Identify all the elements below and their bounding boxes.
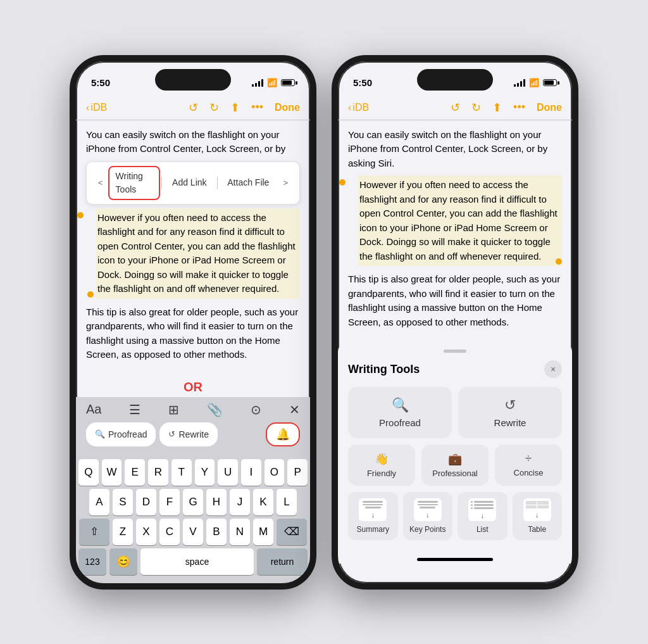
- or-label: OR: [76, 375, 310, 397]
- proofread-quick-btn[interactable]: 🔍 Proofread: [86, 422, 156, 446]
- key-e[interactable]: E: [125, 459, 145, 486]
- list-format-icon[interactable]: ☰: [129, 402, 140, 417]
- key-return[interactable]: return: [257, 548, 308, 575]
- key-n[interactable]: N: [230, 519, 250, 545]
- key-s[interactable]: S: [113, 489, 133, 515]
- more-icon[interactable]: •••: [251, 101, 263, 114]
- keyboard: Q W E R T Y U I O P A S D F G H J K L: [76, 455, 310, 590]
- rewrite-quick-btn[interactable]: ↺ Rewrite: [159, 422, 217, 446]
- content-highlighted-left: However if you often need to access the …: [96, 208, 300, 299]
- panel-header: Writing Tools ×: [348, 360, 562, 378]
- key-q[interactable]: Q: [78, 459, 99, 486]
- keyboard-close-icon[interactable]: ✕: [289, 402, 300, 417]
- left-phone: 5:50 📶 ‹ iDB ↺ ↻: [70, 55, 316, 590]
- rewrite-tool-icon: ↺: [504, 397, 516, 414]
- summary-btn[interactable]: ↓ Summary: [348, 492, 398, 540]
- share-icon-right[interactable]: ⬆: [492, 101, 502, 115]
- list-card-icon: ↓: [468, 498, 496, 521]
- key-b[interactable]: B: [206, 519, 227, 545]
- home-bar-right: [417, 558, 493, 561]
- status-time-left: 5:50: [91, 77, 110, 88]
- panel-handle: [444, 350, 466, 353]
- content-after-right: This tip is also great for older people,…: [348, 272, 562, 329]
- key-x[interactable]: X: [136, 519, 156, 545]
- undo-icon[interactable]: ↺: [189, 101, 198, 115]
- toolbar-row1: Aa ☰ ⊞ 📎 ⊙ ✕: [86, 402, 300, 417]
- key-h[interactable]: H: [206, 489, 227, 515]
- status-icons-right: 📶: [514, 78, 557, 87]
- professional-btn[interactable]: 💼 Professional: [421, 445, 489, 486]
- rewrite-tool-label: Rewrite: [494, 417, 526, 428]
- key-num[interactable]: 123: [78, 548, 106, 575]
- nav-back-left[interactable]: ‹ iDB: [86, 102, 107, 113]
- proofread-btn[interactable]: 🔍 Proofread: [348, 387, 452, 438]
- toolbar-prev-arrow[interactable]: <: [93, 173, 108, 193]
- redo-icon[interactable]: ↻: [209, 101, 219, 115]
- attachment-icon[interactable]: 📎: [207, 402, 223, 417]
- redo-icon-right[interactable]: ↻: [471, 101, 481, 115]
- key-l[interactable]: L: [277, 489, 297, 515]
- undo-icon-right[interactable]: ↺: [451, 101, 460, 115]
- tools-row-proofread-rewrite: 🔍 Proofread ↺ Rewrite: [348, 387, 562, 438]
- key-delete[interactable]: ⌫: [277, 519, 307, 545]
- nav-back-right[interactable]: ‹ iDB: [348, 102, 369, 113]
- key-row-1: Q W E R T Y U I O P: [78, 459, 308, 486]
- key-v[interactable]: V: [183, 519, 203, 545]
- text-format-icon[interactable]: Aa: [86, 402, 101, 417]
- battery-icon-left: [281, 79, 295, 86]
- key-p[interactable]: P: [287, 459, 308, 486]
- key-w[interactable]: W: [102, 459, 122, 486]
- attach-file-btn[interactable]: Attach File: [218, 172, 278, 193]
- key-a[interactable]: A: [89, 489, 109, 515]
- key-z[interactable]: Z: [113, 519, 133, 545]
- key-points-btn[interactable]: ↓ Key Points: [403, 492, 453, 540]
- key-row-2: A S D F G H J K L: [78, 489, 308, 515]
- apple-intelligence-icon: 🔔: [276, 427, 290, 441]
- key-c[interactable]: C: [159, 519, 180, 545]
- key-u[interactable]: U: [218, 459, 238, 486]
- tools-row-tone: 👋 Friendly 💼 Professional ÷ Concise: [348, 445, 562, 486]
- key-m[interactable]: M: [253, 519, 273, 545]
- nav-icons-left: ↺ ↻ ⬆ ••• Done: [189, 101, 300, 115]
- table-icon[interactable]: ⊞: [168, 402, 179, 417]
- concise-btn[interactable]: ÷ Concise: [495, 445, 562, 486]
- content-highlighted-right: However if you often need to access the …: [358, 175, 562, 266]
- key-t[interactable]: T: [171, 459, 192, 486]
- add-link-btn[interactable]: Add Link: [163, 172, 215, 193]
- friendly-label: Friendly: [367, 469, 396, 478]
- writing-tools-panel: Writing Tools × 🔍 Proofread ↺ Rewrite: [338, 342, 572, 553]
- key-shift[interactable]: ⇧: [79, 519, 109, 545]
- status-time-right: 5:50: [353, 77, 372, 88]
- proofread-tool-label: Proofread: [379, 417, 421, 428]
- friendly-icon: 👋: [375, 452, 389, 466]
- table-label: Table: [528, 525, 546, 534]
- writing-tools-btn[interactable]: Writing Tools: [108, 166, 161, 200]
- key-space[interactable]: space: [140, 548, 254, 575]
- key-d[interactable]: D: [136, 489, 156, 515]
- chevron-left-icon-right: ‹: [348, 102, 351, 113]
- proofread-tool-icon: 🔍: [392, 397, 409, 414]
- rewrite-btn[interactable]: ↺ Rewrite: [458, 387, 562, 438]
- key-k[interactable]: K: [253, 489, 273, 515]
- nav-done-right[interactable]: Done: [537, 102, 562, 113]
- close-btn[interactable]: ×: [544, 360, 562, 378]
- key-j[interactable]: J: [230, 489, 250, 515]
- key-g[interactable]: G: [183, 489, 203, 515]
- panel-title: Writing Tools: [348, 363, 420, 376]
- list-btn[interactable]: ↓ List: [458, 492, 508, 540]
- table-btn[interactable]: ↓ Table: [513, 492, 563, 540]
- friendly-btn[interactable]: 👋 Friendly: [348, 445, 415, 486]
- apple-intelligence-btn[interactable]: 🔔: [266, 422, 300, 446]
- key-y[interactable]: Y: [195, 459, 215, 486]
- more-icon-right[interactable]: •••: [513, 101, 525, 114]
- key-i[interactable]: I: [241, 459, 261, 486]
- share-icon[interactable]: ⬆: [230, 101, 240, 115]
- nav-done-left[interactable]: Done: [275, 102, 300, 113]
- circle-icon[interactable]: ⊙: [251, 402, 261, 417]
- selection-dot-bottom-right: [556, 258, 562, 265]
- key-f[interactable]: F: [159, 489, 180, 515]
- key-o[interactable]: O: [265, 459, 285, 486]
- key-r[interactable]: R: [148, 459, 168, 486]
- toolbar-next-arrow[interactable]: >: [278, 173, 293, 193]
- key-emoji[interactable]: 😊: [109, 548, 137, 575]
